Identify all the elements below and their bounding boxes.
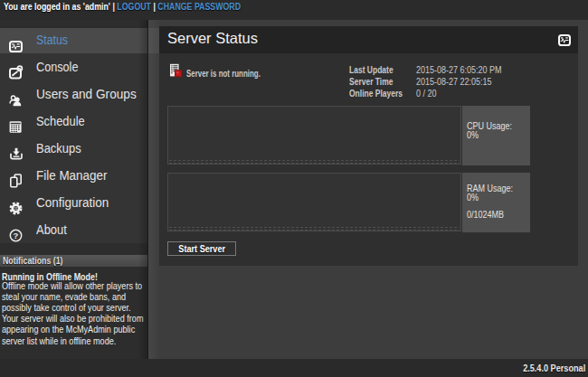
svg-text:?: ? [14, 231, 19, 240]
